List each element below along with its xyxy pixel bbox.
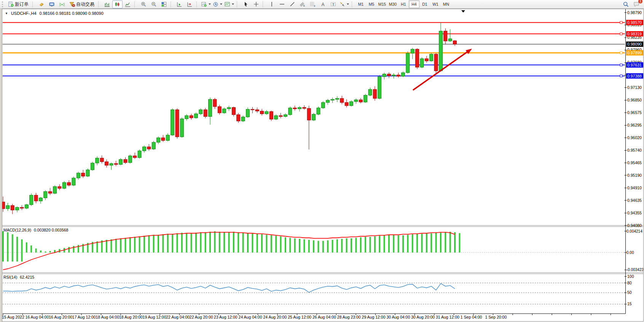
chart-area[interactable]: 0.987900.985150.982350.979600.976800.974… xyxy=(2,9,643,321)
price-label-0.97388: 0.97388 xyxy=(627,74,642,78)
notification-badge: 1 xyxy=(638,0,642,3)
chart-bars-button[interactable] xyxy=(102,0,112,8)
candle-body xyxy=(439,31,442,71)
timeframe-m5[interactable]: M5 xyxy=(366,0,377,8)
macd-histogram-bar xyxy=(238,232,239,252)
zoom-out-button[interactable] xyxy=(148,0,159,8)
timeframe-h1[interactable]: H1 xyxy=(398,0,409,8)
level-handle-0.97899[interactable] xyxy=(620,52,622,54)
fibonacci-button[interactable]: F xyxy=(308,0,318,8)
terminal-button[interactable] xyxy=(46,0,57,8)
horizontal-line-button[interactable] xyxy=(277,0,287,8)
auto-scroll-button[interactable] xyxy=(174,0,185,8)
trendline-button[interactable] xyxy=(287,0,297,8)
candle-body xyxy=(241,117,245,121)
candle-body xyxy=(81,173,85,176)
macd-histogram-bar xyxy=(384,235,385,252)
candle-body xyxy=(321,103,325,108)
periods-dropdown-arrow[interactable] xyxy=(220,3,222,5)
macd-histogram-bar xyxy=(21,240,22,262)
macd-histogram-bar xyxy=(299,239,300,252)
text-button[interactable]: A xyxy=(318,0,328,8)
timeframe-m1[interactable]: M1 xyxy=(355,0,366,8)
candle-body xyxy=(364,95,367,102)
macd-histogram-bar xyxy=(228,232,230,252)
timeframe-h4[interactable]: H4 xyxy=(409,0,419,8)
timeframe-d1[interactable]: D1 xyxy=(419,0,430,8)
crosshair-button[interactable] xyxy=(251,0,261,8)
macd-histogram-bar xyxy=(341,239,343,252)
indicators-icon xyxy=(201,2,207,7)
candle-body xyxy=(124,159,127,162)
arrows-button[interactable] xyxy=(338,0,350,8)
candle-body xyxy=(223,109,226,113)
candle-body xyxy=(77,173,80,178)
cursor-button[interactable] xyxy=(241,0,251,8)
chart-shift-button[interactable] xyxy=(185,0,195,8)
macd-histogram-bar xyxy=(313,240,314,252)
channel-button[interactable]: E xyxy=(297,0,308,8)
macd-histogram-bar xyxy=(402,235,404,252)
rsi-tick-label: 50 xyxy=(627,290,632,295)
timeframe-m30[interactable]: M30 xyxy=(387,0,398,8)
notifications-button[interactable]: 1 xyxy=(631,0,641,8)
periods-button[interactable] xyxy=(212,0,223,8)
timeframe-m15[interactable]: M15 xyxy=(377,0,387,8)
candle-body xyxy=(402,73,405,76)
macd-histogram-bar xyxy=(110,240,112,253)
macd-histogram-bar xyxy=(162,234,164,252)
candle-body xyxy=(62,182,66,188)
arrows-dropdown-arrow[interactable] xyxy=(347,3,349,5)
zoom-in-button[interactable] xyxy=(138,0,148,8)
autotrading-button[interactable]: 自动交易 xyxy=(67,0,97,8)
templates-dropdown-arrow[interactable] xyxy=(232,3,234,5)
macd-histogram-bar xyxy=(219,232,220,253)
timeframe-w1[interactable]: W1 xyxy=(430,0,441,8)
candle-body xyxy=(260,111,264,114)
level-handle-0.97388[interactable] xyxy=(620,75,622,77)
candle-body xyxy=(378,77,381,98)
crosshair-icon xyxy=(253,2,259,7)
time-axis-label: 24 Aug 04:00 xyxy=(239,315,262,319)
macd-histogram-bar xyxy=(317,241,319,253)
candle-body xyxy=(194,114,198,118)
templates-icon xyxy=(225,2,230,7)
candle-body xyxy=(237,115,240,121)
toolbar-grip[interactable] xyxy=(2,2,5,7)
rsi-line xyxy=(3,284,455,292)
marketplace-button[interactable] xyxy=(36,0,46,8)
tile-windows-button[interactable] xyxy=(159,0,169,8)
chart-shift-marker[interactable] xyxy=(461,10,465,13)
one-click-trading-toggle[interactable]: ▼ xyxy=(5,12,8,15)
candle-body xyxy=(11,206,14,210)
candle-body xyxy=(20,207,24,208)
search-button[interactable] xyxy=(621,0,631,8)
rsi-tick-label: 15 xyxy=(627,301,632,306)
macd-histogram-bar xyxy=(261,234,263,252)
chart-line-button[interactable] xyxy=(123,0,133,8)
level-handle-0.98570[interactable] xyxy=(620,21,622,24)
macd-histogram-bar xyxy=(129,237,131,252)
macd-histogram-bar xyxy=(233,232,234,253)
timeframe-mn[interactable]: MN xyxy=(441,0,451,8)
indicators-dropdown-arrow[interactable] xyxy=(209,3,211,5)
indicators-button[interactable] xyxy=(200,0,212,8)
candle-body xyxy=(133,156,137,158)
price-tick-label: 0.94910 xyxy=(627,186,642,190)
candle-body xyxy=(368,89,372,95)
label-button[interactable]: T xyxy=(328,0,338,8)
level-handle-0.97631[interactable] xyxy=(620,64,622,66)
fibonacci-icon: F xyxy=(310,2,316,7)
macd-histogram-bar xyxy=(308,240,310,252)
macd-histogram-bar xyxy=(412,234,413,252)
templates-button[interactable] xyxy=(223,0,235,8)
signals-button[interactable] xyxy=(57,0,67,8)
vertical-line-button[interactable] xyxy=(266,0,277,8)
price-tick-label: 0.95465 xyxy=(627,160,642,165)
chart-candles-button[interactable] xyxy=(112,0,123,8)
macd-histogram-bar xyxy=(275,236,277,252)
zoom-out-icon xyxy=(151,2,156,7)
new-order-button[interactable]: 新订单 xyxy=(6,0,31,8)
tile-windows-icon xyxy=(161,2,166,7)
level-handle-0.98319[interactable] xyxy=(620,33,622,35)
